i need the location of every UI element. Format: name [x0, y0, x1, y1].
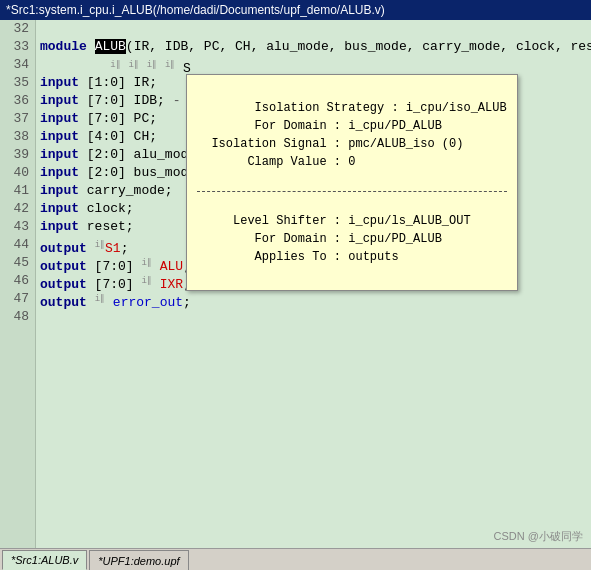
applies-to-label: Applies To : [197, 250, 348, 264]
isolation-strategy-label: Isolation Strategy : [255, 101, 406, 115]
code-line-47: output i∥ error_out; [40, 290, 587, 308]
tab-upf1-label: *UPF1:demo.upf [98, 555, 179, 567]
clamp-value-label: Clamp Value : [197, 155, 348, 169]
watermark: CSDN @小破同学 [494, 529, 583, 544]
level-shifter-value: i_cpu/ls_ALUB_OUT [348, 214, 470, 228]
for-domain-ls-label: For Domain : [197, 232, 348, 246]
code-line-32 [40, 20, 587, 38]
tab-alub-label: *Src1:ALUB.v [11, 554, 78, 566]
title-bar: *Src1:system.i_cpu.i_ALUB(/home/dadi/Doc… [0, 0, 591, 20]
title-text: *Src1:system.i_cpu.i_ALUB(/home/dadi/Doc… [6, 3, 385, 17]
applies-to-value: outputs [348, 250, 398, 264]
for-domain-iso-label: For Domain : [197, 119, 348, 133]
editor-area: 32 33 34 35 36 37 38 39 40 41 42 43 44 4… [0, 20, 591, 548]
isolation-signal-label: Isolation Signal : [197, 137, 348, 151]
tab-upf1[interactable]: *UPF1:demo.upf [89, 550, 188, 570]
code-line-34: i∥ i∥ i∥ i∥ S [40, 56, 587, 74]
tab-bar: *Src1:ALUB.v *UPF1:demo.upf [0, 548, 591, 570]
level-shifter-label: Level Shifter : [197, 214, 348, 228]
tab-alub[interactable]: *Src1:ALUB.v [2, 550, 87, 570]
clamp-value-value: 0 [348, 155, 355, 169]
code-content[interactable]: module ALUB(IR, IDB, PC, CH, alu_mode, b… [36, 20, 591, 548]
code-container: 32 33 34 35 36 37 38 39 40 41 42 43 44 4… [0, 20, 591, 548]
isolation-signal-value: pmc/ALUB_iso (0) [348, 137, 463, 151]
tooltip-popup: Isolation Strategy : i_cpu/iso_ALUB For … [186, 74, 518, 291]
code-line-33: module ALUB(IR, IDB, PC, CH, alu_mode, b… [40, 38, 587, 56]
code-line-48 [40, 308, 587, 326]
for-domain-ls-value: i_cpu/PD_ALUB [348, 232, 442, 246]
isolation-strategy-value: i_cpu/iso_ALUB [406, 101, 507, 115]
line-numbers: 32 33 34 35 36 37 38 39 40 41 42 43 44 4… [0, 20, 36, 548]
for-domain-iso-value: i_cpu/PD_ALUB [348, 119, 442, 133]
